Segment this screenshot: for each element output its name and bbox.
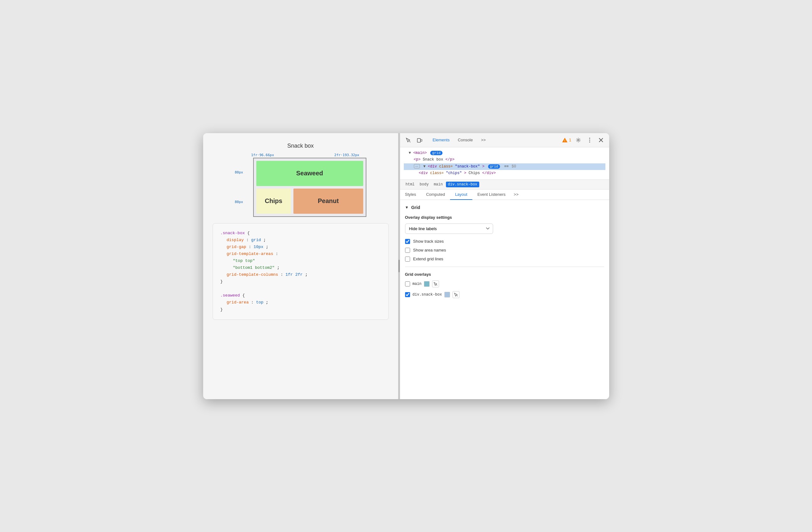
main-overlay-icon-btn[interactable] [432,280,439,288]
breadcrumb-bar: html body main div.snack-box [400,180,609,190]
svg-point-6 [589,139,590,140]
inspector-content: ▼ Grid Overlay display settings Hide lin… [400,200,609,399]
section-divider [405,267,604,267]
code-line-3: grid-gap : 10px ; [220,244,381,251]
browser-window: Snack box 1fr·96.66px 2fr·193.32px 80px … [203,133,609,399]
device-mode-button[interactable] [415,136,424,144]
snack-box-demo: Snack box 1fr·96.66px 2fr·193.32px 80px … [213,143,389,217]
svg-text:!: ! [565,139,565,142]
svg-line-9 [456,295,458,296]
snack-box-overlay-checkbox[interactable] [405,292,410,297]
more-tabs-button[interactable]: >> [477,136,489,143]
dom-p-line[interactable]: <p> Snack box </p> [404,156,605,163]
show-track-sizes-label[interactable]: Show track sizes [413,239,444,244]
show-area-names-label[interactable]: Show area names [413,248,446,252]
ellipsis-button[interactable]: ··· [414,164,420,168]
code-line-5: "top top" [220,257,381,264]
devtools-panel: Elements Console >> ! 1 [400,133,609,399]
peanut-cell: Peanut [293,188,363,214]
devtools-header-right: ! 1 [562,136,605,144]
code-line-11: } [220,306,381,313]
show-area-names-checkbox[interactable] [405,248,410,253]
grid-overlays-title: Grid overlays [405,272,604,277]
main-overlay-cursor-icon [433,282,438,286]
code-line-10: grid-area : top ; [220,299,381,306]
tab-more[interactable]: >> [511,190,522,199]
code-line-2: display : grid ; [220,237,381,244]
warning-count: 1 [569,138,571,142]
inspect-element-button[interactable] [404,136,412,144]
hide-line-labels-dropdown[interactable]: Hide line labels Show line numbers Show … [405,224,493,234]
dom-main-line[interactable]: ▼ <main> grid [404,150,605,157]
code-line-4: grid-template-areas : [220,251,381,257]
main-grid-badge: grid [430,151,442,155]
overlay-display-settings: Overlay display settings Hide line label… [405,215,604,262]
svg-point-4 [577,139,579,141]
tab-computed[interactable]: Computed [421,190,450,200]
snack-box-grid-badge: grid [488,164,500,169]
svg-line-8 [436,284,437,285]
snack-box-overlay-swatch[interactable] [444,292,450,297]
seaweed-cell: Seaweed [256,161,363,186]
svg-rect-2 [421,139,422,141]
elements-tab[interactable]: Elements [429,136,453,143]
webpage-panel: Snack box 1fr·96.66px 2fr·193.32px 80px … [203,133,398,399]
main-overlay-row: main [405,280,604,288]
svg-point-7 [589,141,590,142]
warning-icon: ! [562,137,568,143]
code-panel: .snack-box { display : grid ; grid-gap :… [213,223,389,320]
main-overlay-swatch[interactable] [424,281,430,287]
chips-cell: Chips [256,188,291,214]
extend-grid-lines-label[interactable]: Extend grid lines [413,256,444,261]
breadcrumb-body[interactable]: body [418,182,431,187]
snack-box-overlay-row: div.snack-box [405,291,604,298]
snack-box-overlay-icon-btn[interactable] [452,291,460,298]
close-devtools-button[interactable] [597,136,605,144]
warning-badge: ! 1 [562,137,571,143]
main-overlay-checkbox[interactable] [405,281,410,286]
devtools-main-tabs: Elements Console >> [429,136,490,143]
extend-grid-lines-checkbox[interactable] [405,256,410,262]
settings-button[interactable] [574,136,583,144]
grid-label-left-top: 80px [235,170,243,174]
svg-rect-1 [417,139,420,142]
code-line-1: .snack-box { [220,230,381,237]
inspector-tabs: Styles Computed Layout Event Listeners >… [400,190,609,200]
show-area-names-row: Show area names [405,248,604,253]
grid-label-top-left: 1fr·96.66px [251,153,274,157]
breadcrumb-html[interactable]: html [404,182,417,187]
breadcrumb-div-snack-box[interactable]: div.snack-box [446,182,479,187]
dropdown-row: Hide line labels Show line numbers Show … [405,224,604,234]
code-line-6: "bottom1 bottom2" ; [220,264,381,271]
show-track-sizes-row: Show track sizes [405,239,604,244]
grid-section-title: Grid [411,205,420,210]
browser-content: Snack box 1fr·96.66px 2fr·193.32px 80px … [203,133,609,399]
grid-overlays-section: Grid overlays main [405,272,604,298]
main-overlay-label[interactable]: main [412,282,422,286]
panel-divider[interactable] [398,133,400,399]
overlay-settings-title: Overlay display settings [405,215,604,220]
console-tab[interactable]: Console [454,136,477,143]
more-options-button[interactable] [585,136,594,144]
extend-grid-lines-row: Extend grid lines [405,256,604,262]
tab-styles[interactable]: Styles [400,190,421,200]
grid-section-header[interactable]: ▼ Grid [405,205,604,210]
code-line-9: .seaweed { [220,292,381,299]
tab-layout[interactable]: Layout [450,190,472,200]
dom-tree: ▼ <main> grid <p> Snack box </p> ··· ▼ <… [400,147,609,180]
grid-visual: Seaweed Chips Peanut [253,158,366,217]
dom-snack-box-line[interactable]: ··· ▼ <div class= "snack-box" > grid == … [404,163,605,170]
snack-box-title: Snack box [287,143,314,149]
devtools-toolbar: Elements Console >> ! 1 [400,133,609,147]
snack-box-overlay-label[interactable]: div.snack-box [412,292,442,297]
show-track-sizes-checkbox[interactable] [405,239,410,244]
code-line-8: } [220,278,381,285]
code-line-blank [220,285,381,292]
svg-line-0 [409,141,410,142]
dom-chips-line[interactable]: <div class= "chips" > Chips </div> [404,170,605,177]
tab-event-listeners[interactable]: Event Listeners [472,190,511,200]
code-line-7: grid-template-columns : 1fr 2fr ; [220,271,381,278]
grid-label-top-right: 2fr·193.32px [334,153,359,157]
grid-label-left-bottom: 80px [235,200,243,204]
breadcrumb-main[interactable]: main [432,182,445,187]
